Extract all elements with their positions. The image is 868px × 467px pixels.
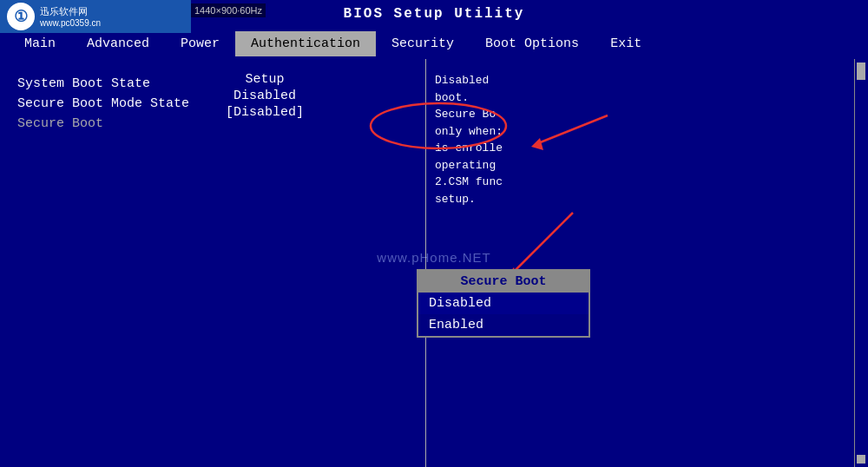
nav-power[interactable]: Power: [165, 31, 235, 56]
scrollbar-bottom[interactable]: [857, 455, 865, 464]
setting-row-secure-boot: Secure Boot: [17, 116, 408, 131]
center-values-block: Setup Disabled [Disabled]: [226, 72, 304, 120]
nav-advanced[interactable]: Advanced: [71, 31, 165, 56]
watermark-url: www.pc0359.cn: [40, 18, 101, 28]
scrollbar[interactable]: [854, 59, 866, 467]
dropdown-title: Secure Boot: [418, 271, 589, 293]
secure-boot-label: Secure Boot: [17, 116, 243, 131]
watermark-banner: ① 迅乐软件网 www.pc0359.cn: [0, 0, 191, 33]
dropdown-item-enabled[interactable]: Enabled: [418, 314, 589, 336]
watermark-logo: ①: [7, 3, 35, 30]
bios-main-content: System Boot State Secure Boot Mode State…: [0, 59, 868, 467]
secure-boot-mode-label: Secure Boot Mode State: [17, 96, 243, 111]
scrollbar-thumb[interactable]: [857, 62, 865, 80]
setting-row-system-boot: System Boot State: [17, 76, 408, 91]
value-disabled-bracket[interactable]: [Disabled]: [226, 105, 304, 120]
right-panel: Disabledboot.Secure Boonly when:is enrol…: [425, 59, 868, 467]
dropdown-popup: Secure Boot Disabled Enabled: [417, 269, 590, 338]
system-boot-label: System Boot State: [17, 76, 243, 91]
watermark-text-block: 迅乐软件网 www.pc0359.cn: [40, 5, 101, 28]
help-text: Disabledboot.Secure Boonly when:is enrol…: [435, 74, 503, 206]
nav-boot-options[interactable]: Boot Options: [470, 31, 595, 56]
nav-authentication[interactable]: Authentication: [235, 31, 376, 56]
resolution-badge: 1440×900·60Hz: [191, 3, 266, 17]
bios-title-text: BIOS Setup Utility: [344, 6, 525, 22]
setting-row-secure-boot-mode: Secure Boot Mode State: [17, 96, 408, 111]
value-disabled: Disabled: [233, 89, 296, 103]
dropdown-item-disabled[interactable]: Disabled: [418, 293, 589, 314]
nav-security[interactable]: Security: [376, 31, 470, 56]
left-panel: System Boot State Secure Boot Mode State…: [0, 59, 425, 467]
nav-main[interactable]: Main: [9, 31, 71, 56]
nav-exit[interactable]: Exit: [595, 31, 657, 56]
value-setup: Setup: [246, 72, 285, 87]
watermark-site-name: 迅乐软件网: [40, 5, 101, 18]
